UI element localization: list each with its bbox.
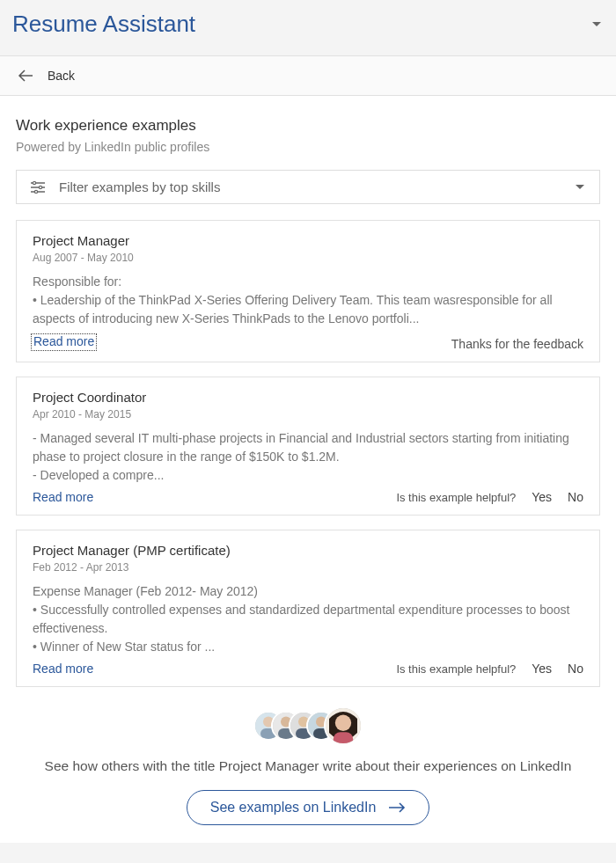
- footer-description: See how others with the title Project Ma…: [16, 756, 600, 776]
- section-title: Work experience examples: [16, 117, 600, 135]
- svg-point-0: [33, 181, 35, 184]
- back-label: Back: [48, 69, 75, 83]
- example-date-range: Aug 2007 - May 2010: [33, 252, 583, 264]
- svg-rect-17: [334, 732, 353, 743]
- feedback-yes[interactable]: Yes: [532, 662, 552, 676]
- example-title: Project Coordinator: [33, 390, 583, 405]
- feedback-yes[interactable]: Yes: [532, 490, 552, 504]
- cta-label: See examples on LinkedIn: [210, 800, 377, 815]
- feedback-row: Is this example helpful? Yes No: [396, 490, 583, 504]
- content-area: Work experience examples Powered by Link…: [0, 96, 616, 843]
- example-card: Project Coordinator Apr 2010 - May 2015 …: [16, 377, 600, 516]
- example-body: - Managed several IT multi-phase project…: [33, 429, 583, 485]
- feedback-row: Is this example helpful? Yes No: [396, 662, 583, 676]
- see-examples-button[interactable]: See examples on LinkedIn: [187, 790, 430, 825]
- feedback-no[interactable]: No: [568, 490, 583, 504]
- example-body: Responsible for: • Leadership of the Thi…: [33, 273, 583, 328]
- feedback-no[interactable]: No: [568, 662, 583, 676]
- avatar-stack: [16, 706, 600, 745]
- pane-header: Resume Assistant: [0, 0, 616, 55]
- example-title: Project Manager: [33, 233, 583, 248]
- feedback-thanks: Thanks for the feedback: [451, 337, 583, 351]
- example-card: Project Manager (PMP certificate) Feb 20…: [16, 530, 600, 687]
- back-arrow-icon: [18, 69, 33, 82]
- section-subtitle: Powered by LinkedIn public profiles: [16, 140, 600, 154]
- feedback-prompt: Is this example helpful?: [396, 662, 516, 676]
- read-more-link[interactable]: Read more: [31, 333, 97, 351]
- pane-menu-icon[interactable]: [591, 21, 602, 28]
- example-date-range: Apr 2010 - May 2015: [33, 408, 583, 421]
- example-body: Expense Manager (Feb 2012- May 2012) • S…: [33, 582, 583, 656]
- example-date-range: Feb 2012 - Apr 2013: [33, 561, 583, 574]
- chevron-down-icon: [575, 184, 585, 191]
- svg-point-1: [39, 186, 41, 188]
- back-button[interactable]: Back: [0, 55, 616, 96]
- read-more-link[interactable]: Read more: [33, 490, 93, 504]
- filter-label: Filter examples by top skills: [59, 179, 561, 194]
- example-card: Project Manager Aug 2007 - May 2010 Resp…: [16, 220, 600, 362]
- read-more-link[interactable]: Read more: [33, 662, 93, 676]
- filter-icon: [31, 181, 45, 194]
- pane-title: Resume Assistant: [12, 11, 195, 38]
- avatar: [324, 706, 363, 745]
- svg-point-16: [335, 715, 351, 731]
- svg-point-2: [34, 190, 37, 193]
- filter-dropdown[interactable]: Filter examples by top skills: [16, 170, 600, 204]
- feedback-prompt: Is this example helpful?: [396, 491, 516, 504]
- example-title: Project Manager (PMP certificate): [33, 543, 583, 558]
- arrow-right-icon: [388, 802, 406, 813]
